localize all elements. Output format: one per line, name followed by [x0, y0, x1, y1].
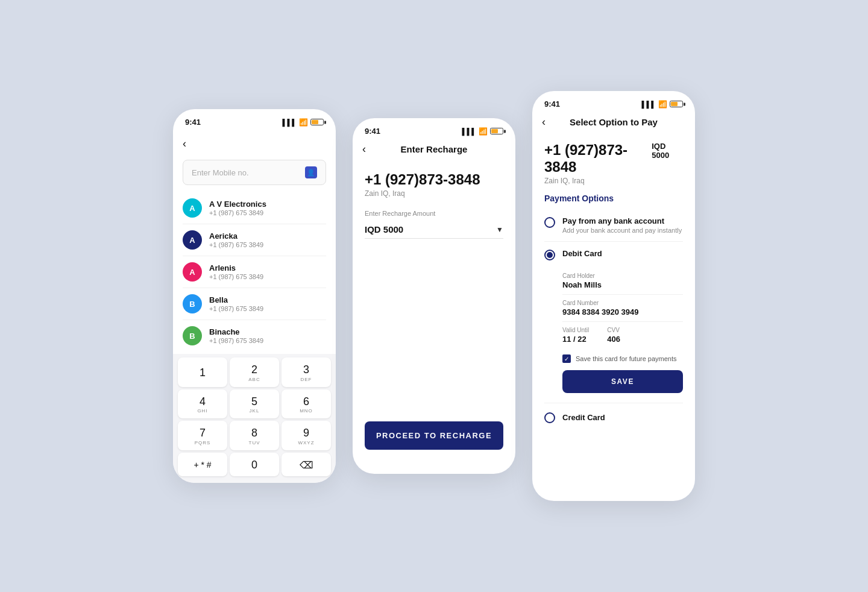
- save-button[interactable]: SAVE: [562, 370, 683, 393]
- back-button-3[interactable]: ‹: [542, 113, 546, 131]
- phone3-body: +1 (927)873-3848 Zain IQ, Iraq IQD 5000 …: [532, 132, 695, 432]
- battery-icon-3: [670, 101, 683, 107]
- phone2-title: Enter Recharge: [401, 144, 468, 154]
- numpad-row: 7PQRS 8TUV 9WXYZ: [178, 421, 331, 450]
- contact-phone: +1 (987) 675 3849: [209, 209, 266, 216]
- option-title-debit: Debit Card: [562, 249, 683, 258]
- option-content-credit: Credit Card: [562, 413, 683, 422]
- payment-option-debit[interactable]: Debit Card Card Holder Noah Mills Card N…: [544, 242, 683, 403]
- wifi-icon-3: 📶: [658, 100, 667, 109]
- phone2-header: ‹ Enter Recharge: [353, 139, 515, 159]
- amount-3: IQD 5000: [652, 142, 683, 160]
- proceed-recharge-button[interactable]: PROCEED TO RECHARGE: [365, 421, 503, 450]
- contact-name: Arlenis: [209, 263, 263, 272]
- list-item[interactable]: A Arlenis +1 (987) 675 3849: [183, 256, 326, 288]
- avatar: A: [183, 262, 202, 282]
- valid-until-label: Valid Until: [562, 327, 589, 333]
- key-0[interactable]: 0: [230, 453, 279, 477]
- list-item[interactable]: B Binache +1 (987) 675 3849: [183, 320, 326, 351]
- contact-list: A A V Electronics +1 (987) 675 3849 A Ae…: [173, 192, 336, 351]
- card-number-field: Card Number 9384 8384 3920 3949: [562, 300, 683, 316]
- key-delete[interactable]: ⌫: [281, 453, 331, 477]
- cvv-field: CVV 406: [607, 327, 620, 344]
- radio-debit-fill: [547, 252, 553, 258]
- radio-bank[interactable]: [544, 217, 555, 228]
- phone-1: 9:41 ▌▌▌ 📶 ‹ Enter Mobile no. 👤 A A V El…: [173, 109, 336, 483]
- phones-container: 9:41 ▌▌▌ 📶 ‹ Enter Mobile no. 👤 A A V El…: [149, 55, 719, 537]
- carrier-3: Zain IQ, Iraq: [544, 177, 652, 185]
- battery-icon: [310, 119, 324, 125]
- contact-info: Binache +1 (987) 675 3849: [209, 327, 263, 344]
- contact-icon: 👤: [305, 166, 317, 178]
- status-icons-1: ▌▌▌ 📶: [283, 118, 324, 127]
- option-content-bank: Pay from any bank account Add your bank …: [562, 216, 683, 234]
- card-number-value: 9384 8384 3920 3949: [562, 307, 683, 316]
- key-9[interactable]: 9WXYZ: [281, 421, 331, 450]
- cvv-label: CVV: [607, 327, 620, 333]
- phone3-title: Select Option to Pay: [570, 117, 658, 127]
- amount-dropdown[interactable]: IQD 5000 ▼: [365, 221, 503, 239]
- signal-icon-2: ▌▌▌: [462, 128, 476, 135]
- amount-label: Enter Recharge Amount: [365, 210, 503, 217]
- contact-info: Bella +1 (987) 675 3849: [209, 295, 263, 312]
- radio-debit[interactable]: [544, 250, 555, 260]
- list-item[interactable]: A Aericka +1 (987) 675 3849: [183, 224, 326, 256]
- payment-option-credit[interactable]: Credit Card: [544, 403, 683, 432]
- cvv-value: 406: [607, 335, 620, 344]
- option-title-credit: Credit Card: [562, 413, 683, 422]
- dropdown-arrow-icon: ▼: [496, 225, 503, 234]
- key-8[interactable]: 8TUV: [230, 421, 279, 450]
- battery-icon-2: [490, 128, 503, 134]
- contact-name: Bella: [209, 295, 263, 304]
- save-card-row: ✓ Save this card for future payments: [562, 354, 683, 363]
- status-bar-2: 9:41 ▌▌▌ 📶: [353, 118, 515, 139]
- payment-option-bank[interactable]: Pay from any bank account Add your bank …: [544, 209, 683, 242]
- key-4[interactable]: 4GHI: [178, 389, 227, 419]
- numpad-row: 1 2ABC 3DEF: [178, 357, 331, 387]
- valid-until-value: 11 / 22: [562, 335, 589, 344]
- card-expiry-row: Valid Until 11 / 22 CVV 406: [562, 327, 683, 348]
- search-placeholder: Enter Mobile no.: [192, 168, 249, 177]
- phone-number-3: +1 (927)873-3848: [544, 142, 652, 175]
- phone-number-2: +1 (927)873-3848: [365, 171, 503, 188]
- phone2-body: +1 (927)873-3848 Zain IQ, Iraq Enter Rec…: [353, 159, 515, 239]
- wifi-icon: 📶: [299, 118, 308, 127]
- save-card-label: Save this card for future payments: [576, 355, 677, 362]
- card-number-label: Card Number: [562, 300, 683, 306]
- contact-name: A V Electronics: [209, 200, 266, 209]
- list-item[interactable]: B Bella +1 (987) 675 3849: [183, 288, 326, 320]
- numpad-row: 4GHI 5JKL 6MNO: [178, 389, 331, 419]
- key-5[interactable]: 5JKL: [230, 389, 279, 419]
- key-1[interactable]: 1: [178, 357, 227, 387]
- avatar: A: [183, 198, 202, 218]
- key-2[interactable]: 2ABC: [230, 357, 279, 387]
- option-content-debit: Debit Card: [562, 249, 683, 258]
- status-icons-3: ▌▌▌ 📶: [642, 100, 683, 109]
- contact-info: Arlenis +1 (987) 675 3849: [209, 263, 263, 280]
- card-holder-label: Card Holder: [562, 272, 683, 279]
- signal-icon: ▌▌▌: [283, 119, 297, 126]
- key-special[interactable]: + * #: [178, 453, 227, 477]
- phone1-header: ‹: [173, 130, 336, 156]
- back-button-1[interactable]: ‹: [183, 135, 186, 153]
- back-button-2[interactable]: ‹: [362, 140, 366, 158]
- phone-row: +1 (927)873-3848 Zain IQ, Iraq IQD 5000: [544, 142, 683, 185]
- search-bar[interactable]: Enter Mobile no. 👤: [183, 160, 326, 185]
- radio-credit[interactable]: [544, 412, 555, 423]
- card-details: Card Holder Noah Mills Card Number 9384 …: [544, 272, 683, 395]
- key-3[interactable]: 3DEF: [281, 357, 331, 387]
- key-6[interactable]: 6MNO: [281, 389, 331, 419]
- contact-phone: +1 (987) 675 3849: [209, 241, 263, 248]
- numpad-row: + * # 0 ⌫: [178, 453, 331, 477]
- contact-info: A V Electronics +1 (987) 675 3849: [209, 200, 266, 216]
- save-card-checkbox[interactable]: ✓: [562, 354, 571, 363]
- wifi-icon-2: 📶: [479, 127, 488, 136]
- payment-options-title: Payment Options: [544, 194, 683, 203]
- list-item[interactable]: A A V Electronics +1 (987) 675 3849: [183, 192, 326, 224]
- valid-until-field: Valid Until 11 / 22: [562, 327, 589, 344]
- key-7[interactable]: 7PQRS: [178, 421, 227, 450]
- phone-2: 9:41 ▌▌▌ 📶 ‹ Enter Recharge +1 (927)873-…: [353, 118, 515, 474]
- status-bar-3: 9:41 ▌▌▌ 📶: [532, 91, 695, 112]
- status-icons-2: ▌▌▌ 📶: [462, 127, 503, 136]
- avatar: B: [183, 326, 202, 345]
